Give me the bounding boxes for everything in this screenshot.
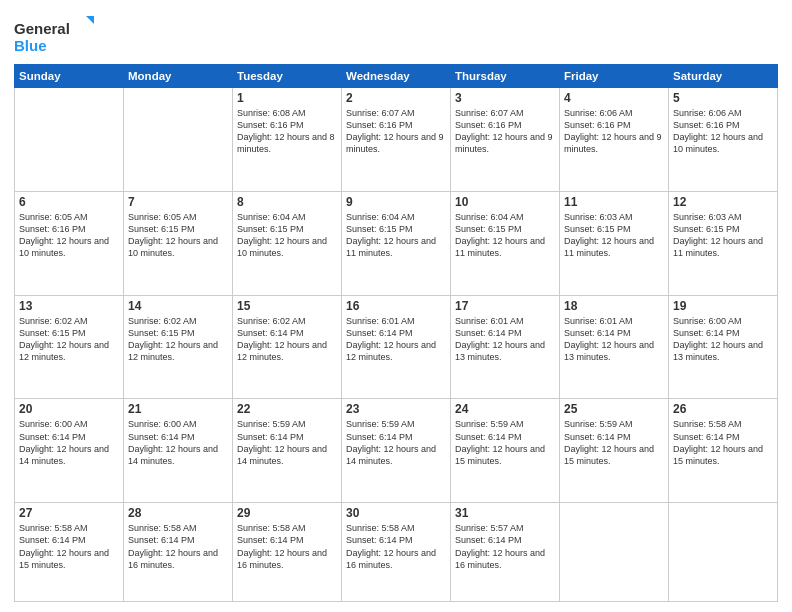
calendar-day-cell: 7Sunrise: 6:05 AM Sunset: 6:15 PM Daylig… bbox=[124, 191, 233, 295]
calendar-header-cell: Friday bbox=[560, 65, 669, 88]
day-number: 17 bbox=[455, 299, 555, 313]
day-info: Sunrise: 6:03 AM Sunset: 6:15 PM Dayligh… bbox=[564, 211, 664, 260]
calendar-week-row: 20Sunrise: 6:00 AM Sunset: 6:14 PM Dayli… bbox=[15, 399, 778, 503]
calendar-header-cell: Thursday bbox=[451, 65, 560, 88]
day-number: 3 bbox=[455, 91, 555, 105]
calendar-day-cell: 10Sunrise: 6:04 AM Sunset: 6:15 PM Dayli… bbox=[451, 191, 560, 295]
day-number: 18 bbox=[564, 299, 664, 313]
day-number: 19 bbox=[673, 299, 773, 313]
day-number: 5 bbox=[673, 91, 773, 105]
calendar-table: SundayMondayTuesdayWednesdayThursdayFrid… bbox=[14, 64, 778, 602]
day-info: Sunrise: 5:59 AM Sunset: 6:14 PM Dayligh… bbox=[237, 418, 337, 467]
calendar-day-cell: 2Sunrise: 6:07 AM Sunset: 6:16 PM Daylig… bbox=[342, 88, 451, 192]
day-number: 22 bbox=[237, 402, 337, 416]
day-info: Sunrise: 6:04 AM Sunset: 6:15 PM Dayligh… bbox=[237, 211, 337, 260]
svg-marker-2 bbox=[86, 16, 94, 24]
day-number: 10 bbox=[455, 195, 555, 209]
day-number: 12 bbox=[673, 195, 773, 209]
logo-svg: General Blue bbox=[14, 14, 94, 58]
calendar-header-row: SundayMondayTuesdayWednesdayThursdayFrid… bbox=[15, 65, 778, 88]
logo: General Blue bbox=[14, 14, 94, 58]
day-info: Sunrise: 5:59 AM Sunset: 6:14 PM Dayligh… bbox=[455, 418, 555, 467]
calendar-week-row: 1Sunrise: 6:08 AM Sunset: 6:16 PM Daylig… bbox=[15, 88, 778, 192]
calendar-day-cell: 20Sunrise: 6:00 AM Sunset: 6:14 PM Dayli… bbox=[15, 399, 124, 503]
calendar-day-cell: 8Sunrise: 6:04 AM Sunset: 6:15 PM Daylig… bbox=[233, 191, 342, 295]
calendar-day-cell: 17Sunrise: 6:01 AM Sunset: 6:14 PM Dayli… bbox=[451, 295, 560, 399]
day-number: 9 bbox=[346, 195, 446, 209]
day-info: Sunrise: 6:00 AM Sunset: 6:14 PM Dayligh… bbox=[673, 315, 773, 364]
day-number: 8 bbox=[237, 195, 337, 209]
calendar-day-cell: 22Sunrise: 5:59 AM Sunset: 6:14 PM Dayli… bbox=[233, 399, 342, 503]
day-info: Sunrise: 5:58 AM Sunset: 6:14 PM Dayligh… bbox=[19, 522, 119, 571]
day-number: 16 bbox=[346, 299, 446, 313]
calendar-header-cell: Wednesday bbox=[342, 65, 451, 88]
calendar-day-cell: 11Sunrise: 6:03 AM Sunset: 6:15 PM Dayli… bbox=[560, 191, 669, 295]
day-info: Sunrise: 6:00 AM Sunset: 6:14 PM Dayligh… bbox=[128, 418, 228, 467]
day-number: 1 bbox=[237, 91, 337, 105]
day-info: Sunrise: 6:07 AM Sunset: 6:16 PM Dayligh… bbox=[346, 107, 446, 156]
day-info: Sunrise: 6:02 AM Sunset: 6:15 PM Dayligh… bbox=[19, 315, 119, 364]
calendar-day-cell: 27Sunrise: 5:58 AM Sunset: 6:14 PM Dayli… bbox=[15, 503, 124, 602]
calendar-day-cell: 5Sunrise: 6:06 AM Sunset: 6:16 PM Daylig… bbox=[669, 88, 778, 192]
calendar-header-cell: Tuesday bbox=[233, 65, 342, 88]
day-number: 23 bbox=[346, 402, 446, 416]
day-info: Sunrise: 6:06 AM Sunset: 6:16 PM Dayligh… bbox=[673, 107, 773, 156]
day-number: 28 bbox=[128, 506, 228, 520]
calendar-day-cell: 21Sunrise: 6:00 AM Sunset: 6:14 PM Dayli… bbox=[124, 399, 233, 503]
day-number: 29 bbox=[237, 506, 337, 520]
svg-text:Blue: Blue bbox=[14, 37, 47, 54]
calendar-day-cell: 12Sunrise: 6:03 AM Sunset: 6:15 PM Dayli… bbox=[669, 191, 778, 295]
day-number: 31 bbox=[455, 506, 555, 520]
day-info: Sunrise: 6:01 AM Sunset: 6:14 PM Dayligh… bbox=[455, 315, 555, 364]
day-info: Sunrise: 6:05 AM Sunset: 6:16 PM Dayligh… bbox=[19, 211, 119, 260]
calendar-header-cell: Monday bbox=[124, 65, 233, 88]
day-number: 27 bbox=[19, 506, 119, 520]
calendar-day-cell: 28Sunrise: 5:58 AM Sunset: 6:14 PM Dayli… bbox=[124, 503, 233, 602]
day-info: Sunrise: 6:01 AM Sunset: 6:14 PM Dayligh… bbox=[564, 315, 664, 364]
day-number: 21 bbox=[128, 402, 228, 416]
calendar-day-cell bbox=[669, 503, 778, 602]
day-number: 13 bbox=[19, 299, 119, 313]
day-number: 14 bbox=[128, 299, 228, 313]
day-info: Sunrise: 6:00 AM Sunset: 6:14 PM Dayligh… bbox=[19, 418, 119, 467]
day-number: 24 bbox=[455, 402, 555, 416]
day-number: 4 bbox=[564, 91, 664, 105]
calendar-day-cell: 14Sunrise: 6:02 AM Sunset: 6:15 PM Dayli… bbox=[124, 295, 233, 399]
calendar-day-cell bbox=[124, 88, 233, 192]
calendar-day-cell: 3Sunrise: 6:07 AM Sunset: 6:16 PM Daylig… bbox=[451, 88, 560, 192]
day-number: 7 bbox=[128, 195, 228, 209]
svg-text:General: General bbox=[14, 20, 70, 37]
calendar-day-cell: 1Sunrise: 6:08 AM Sunset: 6:16 PM Daylig… bbox=[233, 88, 342, 192]
calendar-day-cell bbox=[560, 503, 669, 602]
calendar-day-cell: 18Sunrise: 6:01 AM Sunset: 6:14 PM Dayli… bbox=[560, 295, 669, 399]
calendar-header-cell: Saturday bbox=[669, 65, 778, 88]
calendar-header-cell: Sunday bbox=[15, 65, 124, 88]
day-info: Sunrise: 6:04 AM Sunset: 6:15 PM Dayligh… bbox=[346, 211, 446, 260]
calendar-day-cell: 15Sunrise: 6:02 AM Sunset: 6:14 PM Dayli… bbox=[233, 295, 342, 399]
day-number: 20 bbox=[19, 402, 119, 416]
day-info: Sunrise: 6:01 AM Sunset: 6:14 PM Dayligh… bbox=[346, 315, 446, 364]
day-info: Sunrise: 6:06 AM Sunset: 6:16 PM Dayligh… bbox=[564, 107, 664, 156]
day-info: Sunrise: 6:03 AM Sunset: 6:15 PM Dayligh… bbox=[673, 211, 773, 260]
day-info: Sunrise: 5:59 AM Sunset: 6:14 PM Dayligh… bbox=[346, 418, 446, 467]
calendar-day-cell: 16Sunrise: 6:01 AM Sunset: 6:14 PM Dayli… bbox=[342, 295, 451, 399]
day-number: 26 bbox=[673, 402, 773, 416]
calendar-day-cell: 25Sunrise: 5:59 AM Sunset: 6:14 PM Dayli… bbox=[560, 399, 669, 503]
calendar-week-row: 27Sunrise: 5:58 AM Sunset: 6:14 PM Dayli… bbox=[15, 503, 778, 602]
calendar-day-cell: 30Sunrise: 5:58 AM Sunset: 6:14 PM Dayli… bbox=[342, 503, 451, 602]
day-info: Sunrise: 5:58 AM Sunset: 6:14 PM Dayligh… bbox=[237, 522, 337, 571]
calendar-week-row: 13Sunrise: 6:02 AM Sunset: 6:15 PM Dayli… bbox=[15, 295, 778, 399]
day-number: 30 bbox=[346, 506, 446, 520]
calendar-day-cell: 26Sunrise: 5:58 AM Sunset: 6:14 PM Dayli… bbox=[669, 399, 778, 503]
calendar-day-cell: 19Sunrise: 6:00 AM Sunset: 6:14 PM Dayli… bbox=[669, 295, 778, 399]
calendar-day-cell: 29Sunrise: 5:58 AM Sunset: 6:14 PM Dayli… bbox=[233, 503, 342, 602]
day-info: Sunrise: 5:58 AM Sunset: 6:14 PM Dayligh… bbox=[346, 522, 446, 571]
calendar-body: 1Sunrise: 6:08 AM Sunset: 6:16 PM Daylig… bbox=[15, 88, 778, 602]
calendar-day-cell: 13Sunrise: 6:02 AM Sunset: 6:15 PM Dayli… bbox=[15, 295, 124, 399]
calendar-day-cell: 9Sunrise: 6:04 AM Sunset: 6:15 PM Daylig… bbox=[342, 191, 451, 295]
calendar-day-cell bbox=[15, 88, 124, 192]
day-info: Sunrise: 6:02 AM Sunset: 6:15 PM Dayligh… bbox=[128, 315, 228, 364]
calendar-day-cell: 6Sunrise: 6:05 AM Sunset: 6:16 PM Daylig… bbox=[15, 191, 124, 295]
calendar-day-cell: 23Sunrise: 5:59 AM Sunset: 6:14 PM Dayli… bbox=[342, 399, 451, 503]
day-info: Sunrise: 5:58 AM Sunset: 6:14 PM Dayligh… bbox=[673, 418, 773, 467]
